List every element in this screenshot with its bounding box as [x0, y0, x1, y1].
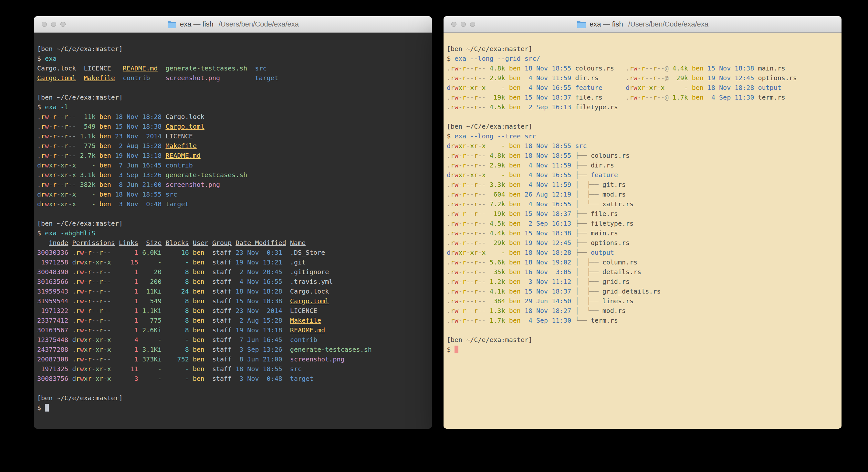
- terminal-line: $ exa --long --grid src/: [447, 54, 839, 63]
- minimize-button[interactable]: [461, 22, 466, 27]
- terminal-line: 1971322 .rw-r--r-- 1 1.1Ki 8 ben staff 2…: [37, 306, 429, 316]
- terminal-line: 1971325 drwxr-xr-x 11 - - ben staff 18 N…: [37, 364, 429, 374]
- zoom-button[interactable]: [60, 22, 66, 27]
- minimize-button[interactable]: [51, 22, 56, 27]
- terminal-line: $ exa -abghHliS: [37, 228, 429, 238]
- terminal-line: .rw-r--r-- 1.3k ben 18 Nov 18:27 │ └── m…: [447, 306, 839, 316]
- title-app-text: exa — fish: [590, 20, 623, 28]
- terminal-line: [37, 209, 429, 218]
- terminal-line: .rw-r--r-- 5.6k ben 18 Nov 19:02 │ ├── c…: [447, 257, 839, 267]
- terminal-line: .rw-r--r-- 384 ben 29 Jun 14:50 │ ├── li…: [447, 296, 839, 306]
- terminal-line: .rw-r--r-- 4.8k ben 18 Nov 18:55 colours…: [447, 63, 839, 73]
- terminal-line: .rw-r--r-- 1.1k ben 23 Nov 2014 LICENCE: [37, 131, 429, 141]
- terminal-cursor: [455, 346, 458, 353]
- terminal-line: 20087308 .rw-r--r-- 1 373Ki 752 ben staf…: [37, 354, 429, 364]
- terminal-content[interactable]: [ben ~/C/e/exa:master]$ exa --long --gri…: [443, 33, 841, 429]
- terminal-line: .rw-r--r-- 775 ben 2 Aug 15:28 Makefile: [37, 141, 429, 151]
- title-path-text: /Users/ben/Code/exa/exa: [219, 20, 299, 28]
- terminal-line: $ exa --long --tree src: [447, 131, 839, 141]
- terminal-line: $ exa -l: [37, 102, 429, 112]
- terminal-line: 30030336 .rw-r--r-- 1 6.0Ki 16 ben staff…: [37, 248, 429, 257]
- terminal-line: .rw-r--r-- 2.9k ben 4 Nov 11:59 ├── dir.…: [447, 160, 839, 170]
- terminal-line: [447, 325, 839, 335]
- terminal-line: .rw-r--r-- 2.9k ben 4 Nov 11:59 dir.rs .…: [447, 73, 839, 83]
- terminal-line: 24377288 .rwxr-xr-x 1 3.1Ki 8 ben staff …: [37, 345, 429, 354]
- terminal-line: $: [447, 345, 839, 354]
- title-path-text: /Users/ben/Code/exa/exa: [628, 20, 708, 28]
- terminal-line: [ben ~/C/e/exa:master]: [447, 44, 839, 54]
- terminal-line: .rw-r--r-- 604 ben 26 Aug 12:19 │ ├── mo…: [447, 189, 839, 199]
- terminal-line: .rw-r--r-- 7.2k ben 4 Nov 16:55 │ └── xa…: [447, 199, 839, 209]
- terminal-line: .rw-r--r-- 19k ben 15 Nov 18:37 ├── file…: [447, 209, 839, 218]
- terminal-line: 1971258 drwxr-xr-x 15 - - ben staff 19 N…: [37, 257, 429, 267]
- terminal-line: [ben ~/C/e/exa:master]: [37, 218, 429, 228]
- traffic-lights: [451, 16, 475, 32]
- terminal-line: 30163567 .rw-r--r-- 1 2.6Ki 8 ben staff …: [37, 325, 429, 335]
- terminal-cursor: [45, 404, 49, 412]
- desktop: { "windows": [ { "id": "left", "theme": …: [0, 0, 868, 472]
- terminal-line: 31959544 .rw-r--r-- 1 549 8 ben staff 15…: [37, 296, 429, 306]
- terminal-line: .rwxr-xr-x 3.1k ben 3 Sep 13:26 generate…: [37, 170, 429, 180]
- terminal-line: .rw-r--r-- 4.1k ben 15 Nov 18:37 │ ├── g…: [447, 287, 839, 296]
- terminal-line: .rw-r--r-- 4.5k ben 2 Sep 16:13 filetype…: [447, 102, 839, 112]
- terminal-window-dark: exa — fish /Users/ben/Code/exa/exa [ben …: [34, 16, 432, 429]
- terminal-line: .rw-r--r-- 4.4k ben 15 Nov 18:38 ├── mai…: [447, 228, 839, 238]
- terminal-line: 12375448 drwxr-xr-x 4 - - ben staff 7 Ju…: [37, 335, 429, 345]
- terminal-line: drwxr-xr-x - ben 3 Nov 0:48 target: [37, 199, 429, 209]
- terminal-line: 23377412 .rw-r--r-- 1 775 8 ben staff 2 …: [37, 316, 429, 325]
- terminal-line: inode Permissions Links Size Blocks User…: [37, 238, 429, 248]
- window-title: exa — fish /Users/ben/Code/exa/exa: [577, 20, 708, 28]
- terminal-line: .rw-r--r-- 1.2k ben 3 Nov 11:12 │ ├── gr…: [447, 277, 839, 287]
- window-title: exa — fish /Users/ben/Code/exa/exa: [167, 20, 299, 28]
- folder-icon: [577, 20, 586, 28]
- terminal-line: Cargo.toml Makefile contrib screenshot.p…: [37, 73, 429, 83]
- terminal-line: 30083756 drwxr-xr-x 3 - - ben staff 3 No…: [37, 374, 429, 383]
- terminal-line: .rw-r--r-- 29k ben 19 Nov 12:45 ├── opti…: [447, 238, 839, 248]
- terminal-line: .rw-r--r-- 2.7k ben 19 Nov 13:18 README.…: [37, 151, 429, 160]
- terminal-line: .rw-r--r-- 4.8k ben 18 Nov 18:55 ├── col…: [447, 151, 839, 160]
- terminal-line: drwxr-xr-x - ben 7 Jun 16:45 contrib: [37, 160, 429, 170]
- title-bar[interactable]: exa — fish /Users/ben/Code/exa/exa: [34, 16, 432, 33]
- terminal-line: [ben ~/C/e/exa:master]: [37, 92, 429, 102]
- terminal-line: [ben ~/C/e/exa:master]: [37, 44, 429, 54]
- terminal-line: $ exa: [37, 54, 429, 63]
- terminal-line: drwxr-xr-x - ben 4 Nov 16:55 ├── feature: [447, 170, 839, 180]
- terminal-line: [ben ~/C/e/exa:master]: [447, 122, 839, 131]
- terminal-line: .rw-r--r-- 4.5k ben 2 Sep 16:13 ├── file…: [447, 218, 839, 228]
- terminal-line: 30048390 .rw-r--r-- 1 20 8 ben staff 2 N…: [37, 267, 429, 277]
- terminal-content[interactable]: [ben ~/C/e/exa:master]$ exaCargo.lock LI…: [34, 33, 432, 429]
- terminal-line: [37, 83, 429, 92]
- terminal-line: 31959543 .rw-r--r-- 1 11Ki 24 ben staff …: [37, 287, 429, 296]
- folder-icon: [167, 20, 177, 28]
- close-button[interactable]: [42, 22, 47, 27]
- terminal-line: 30163566 .rw-r--r-- 1 200 8 ben staff 4 …: [37, 277, 429, 287]
- terminal-line: .rw-r--r-- 19k ben 15 Nov 18:37 file.rs …: [447, 92, 839, 102]
- terminal-line: drwxr-xr-x - ben 18 Nov 18:55 src: [37, 189, 429, 199]
- terminal-line: drwxr-xr-x - ben 18 Nov 18:55 src: [447, 141, 839, 151]
- terminal-line: [447, 112, 839, 122]
- terminal-window-light: exa — fish /Users/ben/Code/exa/exa [ben …: [443, 16, 841, 429]
- title-bar[interactable]: exa — fish /Users/ben/Code/exa/exa: [443, 16, 841, 33]
- terminal-line: .rw-r--r-- 549 ben 15 Nov 18:38 Cargo.to…: [37, 122, 429, 131]
- close-button[interactable]: [451, 22, 457, 27]
- terminal-line: .rw-r--r-- 35k ben 16 Nov 3:05 │ ├── det…: [447, 267, 839, 277]
- terminal-line: drwxr-xr-x - ben 18 Nov 18:28 ├── output: [447, 248, 839, 257]
- terminal-line: Cargo.lock LICENCE README.md generate-te…: [37, 63, 429, 73]
- terminal-line: .rw-r--r-- 11k ben 18 Nov 18:28 Cargo.lo…: [37, 112, 429, 122]
- terminal-line: .rw-r--r-- 3.3k ben 4 Nov 11:59 │ ├── gi…: [447, 180, 839, 189]
- terminal-line: [37, 383, 429, 393]
- title-app-text: exa — fish: [180, 20, 214, 28]
- terminal-line: $: [37, 403, 429, 413]
- terminal-line: .rw-r--r-- 382k ben 8 Jun 21:00 screensh…: [37, 180, 429, 189]
- traffic-lights: [42, 16, 66, 32]
- terminal-line: drwxr-xr-x - ben 4 Nov 16:55 feature drw…: [447, 83, 839, 92]
- zoom-button[interactable]: [470, 22, 475, 27]
- terminal-line: [ben ~/C/e/exa:master]: [447, 335, 839, 345]
- terminal-line: [ben ~/C/e/exa:master]: [37, 393, 429, 403]
- terminal-line: .rw-r--r-- 1.7k ben 4 Sep 11:30 └── term…: [447, 316, 839, 325]
